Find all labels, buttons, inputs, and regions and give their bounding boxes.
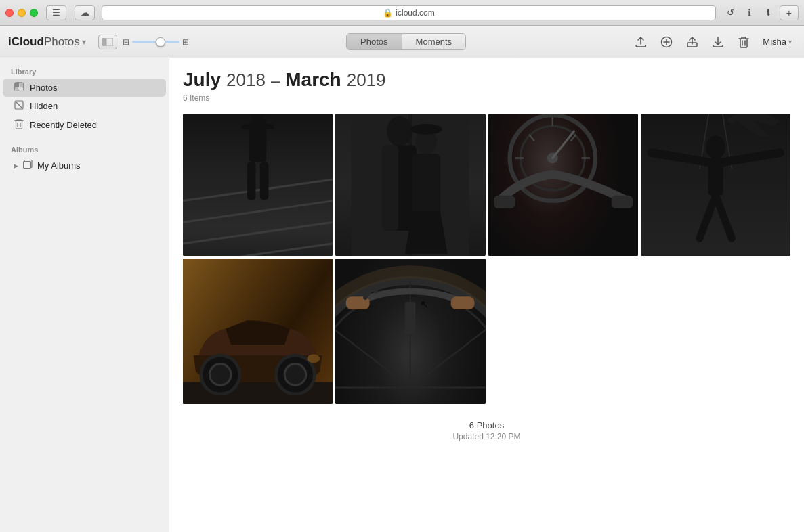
- photo-row-2: ↖: [183, 259, 790, 404]
- reload-icon[interactable]: ↺: [723, 5, 738, 20]
- svg-rect-70: [451, 296, 475, 309]
- footer-updated: Updated 12:20 PM: [183, 432, 790, 441]
- maximize-button[interactable]: [30, 9, 38, 17]
- sidebar-toggle-button[interactable]: [98, 35, 117, 49]
- footer-photo-count: 6 Photos: [183, 420, 790, 430]
- photos-icon: [14, 82, 24, 93]
- sidebar-my-albums-label: My Albums: [37, 160, 81, 171]
- svg-rect-33: [488, 114, 638, 256]
- svg-point-30: [410, 124, 442, 135]
- content-title: July 2018 – March 2019: [183, 69, 790, 91]
- svg-rect-19: [242, 124, 255, 129]
- photo-2[interactable]: [335, 114, 485, 256]
- svg-rect-5: [15, 83, 19, 87]
- sidebar-item-recently-deleted[interactable]: Recently Deleted: [3, 115, 166, 135]
- sidebar-photos-label: Photos: [30, 83, 57, 93]
- svg-rect-8: [19, 87, 23, 91]
- title-year1: 2018: [226, 70, 266, 91]
- sidebar-recently-deleted-label: Recently Deleted: [30, 120, 97, 130]
- svg-rect-51: [708, 158, 723, 195]
- lock-icon: 🔒: [383, 8, 393, 18]
- svg-rect-71: [405, 302, 416, 334]
- cloud-toolbar-btn[interactable]: ☁: [75, 5, 95, 20]
- title-bar: ☰ ☁ 🔒 icloud.com ↺ ℹ ⬇ +: [0, 0, 804, 26]
- content-footer: 6 Photos Updated 12:20 PM: [183, 420, 790, 441]
- svg-line-10: [16, 102, 22, 108]
- photo-3[interactable]: [488, 114, 638, 256]
- svg-point-48: [706, 135, 725, 159]
- photo-row-1: [183, 114, 790, 256]
- title-dash: –: [271, 71, 280, 90]
- photo-1[interactable]: [183, 114, 333, 256]
- tab-moments[interactable]: Moments: [402, 34, 465, 49]
- triangle-icon: ▶: [14, 162, 18, 169]
- sidebar-toolbar-btn[interactable]: ☰: [46, 5, 66, 20]
- app-toolbar: iCloud Photos▾ ⊟ ⊞ Photos Moments: [0, 26, 804, 58]
- content-area: July 2018 – March 2019 6 Items: [169, 58, 804, 532]
- close-button[interactable]: [5, 9, 14, 17]
- share-button[interactable]: [683, 32, 702, 51]
- title-year2: 2019: [347, 70, 386, 91]
- sidebar-item-my-albums[interactable]: ▶ My Albums: [3, 156, 166, 175]
- tab-photos[interactable]: Photos: [347, 34, 402, 49]
- svg-rect-28: [383, 146, 399, 231]
- address-bar[interactable]: 🔒 icloud.com: [102, 5, 716, 20]
- svg-point-60: [307, 354, 320, 363]
- svg-point-57: [210, 364, 232, 386]
- svg-rect-1: [106, 38, 113, 46]
- svg-rect-21: [247, 162, 256, 200]
- add-button[interactable]: [657, 32, 676, 51]
- title-month1: July: [183, 69, 221, 91]
- svg-rect-11: [24, 162, 31, 169]
- my-albums-icon: [22, 160, 33, 171]
- traffic-lights: [5, 9, 38, 17]
- zoom-slider-group: ⊟ ⊞: [123, 37, 189, 47]
- sidebar-item-hidden[interactable]: Hidden: [3, 97, 166, 115]
- svg-rect-22: [260, 162, 269, 200]
- sidebar-hidden-label: Hidden: [30, 101, 58, 111]
- item-count: 6 Items: [183, 93, 790, 103]
- svg-rect-0: [102, 38, 106, 46]
- view-tabs: Photos Moments: [346, 33, 466, 50]
- svg-point-26: [387, 116, 412, 146]
- main-layout: Library Photos Hidden: [0, 58, 804, 532]
- user-dropdown-arrow: ▾: [788, 38, 792, 45]
- app-name-photos: Photos: [44, 35, 80, 49]
- sidebar-item-photos[interactable]: Photos: [3, 79, 166, 97]
- trash-sidebar-icon: [14, 118, 24, 131]
- photo-4[interactable]: [641, 114, 790, 256]
- user-name: Misha: [763, 37, 786, 47]
- user-menu[interactable]: Misha ▾: [759, 35, 796, 49]
- hidden-icon: [14, 100, 24, 112]
- photo-5[interactable]: [183, 259, 333, 404]
- svg-rect-43: [493, 196, 515, 208]
- trash-button[interactable]: [734, 32, 753, 51]
- svg-rect-6: [20, 83, 23, 87]
- svg-rect-7: [15, 87, 18, 91]
- toolbar-actions: [631, 32, 753, 51]
- minimize-button[interactable]: [18, 9, 26, 17]
- zoom-max-icon: ⊞: [182, 37, 189, 47]
- zoom-slider-thumb[interactable]: [156, 37, 165, 47]
- app-dropdown-arrow[interactable]: ▾: [82, 37, 86, 47]
- photo-6[interactable]: ↖: [335, 259, 485, 404]
- content-header: July 2018 – March 2019 6 Items: [183, 69, 790, 103]
- albums-section-label: Albums: [0, 141, 169, 156]
- title-month2: March: [285, 69, 341, 91]
- zoom-min-icon: ⊟: [123, 37, 129, 47]
- svg-point-59: [284, 364, 306, 386]
- svg-rect-20: [261, 124, 274, 129]
- add-tab-button[interactable]: +: [780, 5, 799, 20]
- download-photos-button[interactable]: [708, 32, 727, 51]
- app-name-icloud: iCloud: [8, 35, 44, 49]
- address-text: icloud.com: [396, 8, 434, 18]
- info-icon[interactable]: ℹ: [742, 5, 757, 20]
- sidebar: Library Photos Hidden: [0, 58, 169, 532]
- zoom-slider[interactable]: [132, 41, 179, 43]
- app-title: iCloud Photos▾: [8, 35, 86, 49]
- empty-cell-4: [641, 259, 790, 404]
- library-section-label: Library: [0, 64, 169, 79]
- svg-rect-44: [611, 196, 633, 208]
- upload-button[interactable]: [631, 32, 650, 51]
- download-icon[interactable]: ⬇: [761, 5, 776, 20]
